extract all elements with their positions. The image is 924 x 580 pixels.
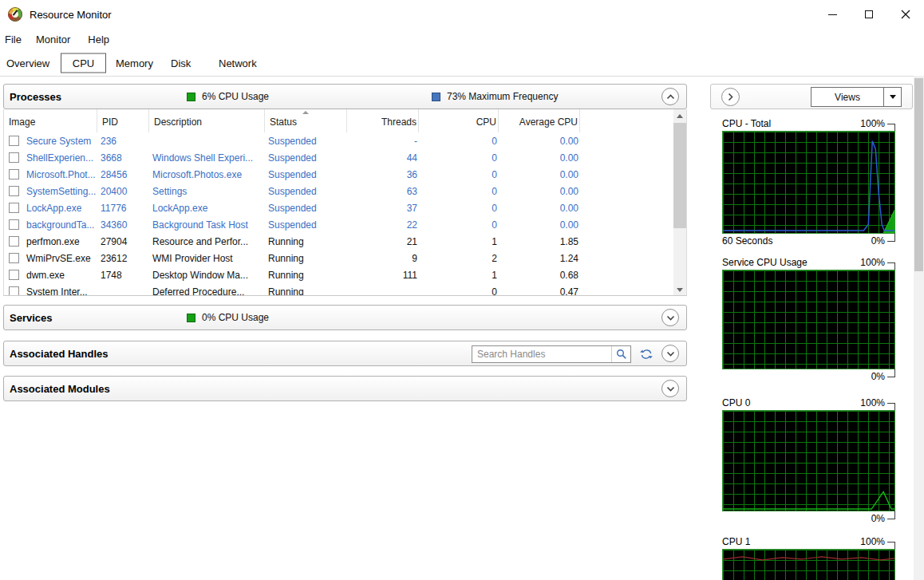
process-image-cell: System Inter...	[4, 286, 97, 297]
processes-collapse-button[interactable]	[661, 88, 679, 105]
tab-overview[interactable]: Overview	[6, 57, 49, 69]
process-row[interactable]: System Inter... Deferred Procedure... Ru…	[4, 283, 675, 296]
window-scrollbar[interactable]	[914, 76, 924, 580]
process-checkbox[interactable]	[9, 219, 19, 230]
column-header-threads-label: Threads	[381, 116, 417, 128]
views-button[interactable]: Views	[811, 87, 902, 107]
process-table-scrollbar[interactable]	[673, 109, 686, 296]
menu-monitor[interactable]: Monitor	[36, 34, 70, 45]
tab-bar: Overview CPU Memory Disk Network	[0, 50, 924, 77]
views-dropdown-button[interactable]	[883, 88, 901, 106]
process-cpu: 0	[419, 219, 499, 231]
cpu0-max-label: 100%	[860, 397, 885, 408]
tab-disk[interactable]: Disk	[171, 57, 191, 69]
column-header-description[interactable]: Description	[149, 109, 265, 132]
process-average-cpu: 0.00	[499, 186, 580, 197]
cpu0-graph-block: CPU 0 100% 0%	[722, 396, 895, 526]
cpu0-bottom-row: 0%	[722, 511, 895, 526]
process-checkbox[interactable]	[9, 136, 19, 146]
minimize-button[interactable]	[814, 0, 851, 29]
process-row[interactable]: perfmon.exe 27904 Resource and Perfor...…	[4, 233, 675, 250]
window-scrollbar-thumb[interactable]	[914, 78, 923, 271]
process-checkbox[interactable]	[9, 236, 19, 247]
services-cpu-usage-label: 0% CPU Usage	[202, 312, 269, 323]
menu-help[interactable]: Help	[88, 34, 109, 45]
scale-tick-bottom	[887, 511, 895, 519]
close-button[interactable]	[887, 0, 924, 29]
column-header-filler	[580, 109, 675, 132]
process-pid: 236	[97, 136, 149, 147]
cpu-usage-swatch-icon	[187, 93, 195, 101]
arrow-down-icon	[677, 288, 683, 292]
process-threads: 44	[347, 152, 419, 164]
process-row[interactable]: dwm.exe 1748 Desktop Window Ma... Runnin…	[4, 266, 675, 283]
max-frequency-label: 73% Maximum Frequency	[447, 91, 558, 102]
column-header-description-label: Description	[154, 116, 202, 128]
process-status: Suspended	[265, 152, 347, 164]
scrollbar-thumb[interactable]	[673, 123, 686, 228]
process-average-cpu: 0.68	[499, 270, 580, 281]
associated-modules-expand-button[interactable]	[661, 380, 679, 397]
process-row[interactable]: WmiPrvSE.exe 23612 WMI Provider Host Run…	[4, 250, 675, 266]
process-image-name: ShellExperien...	[23, 152, 93, 164]
process-description: Resource and Perfor...	[149, 236, 265, 247]
process-image-cell: Secure System	[4, 136, 97, 147]
process-checkbox[interactable]	[9, 203, 19, 213]
search-button[interactable]	[611, 346, 630, 362]
column-header-pid[interactable]: PID	[97, 109, 149, 132]
process-image-name: Secure System	[23, 136, 91, 147]
tab-network[interactable]: Network	[219, 57, 257, 69]
services-expand-button[interactable]	[661, 309, 679, 326]
associated-modules-panel-header: Associated Modules	[3, 376, 687, 401]
search-handles-input[interactable]	[472, 349, 611, 360]
process-image-cell: dwm.exe	[4, 270, 97, 281]
process-image-name: SystemSetting...	[23, 186, 96, 197]
process-row[interactable]: Secure System 236 Suspended - 0 0.00	[4, 132, 675, 149]
refresh-button[interactable]	[636, 345, 657, 363]
process-row[interactable]: Microsoft.Phot... 28456 Microsoft.Photos…	[4, 166, 675, 183]
chevron-up-icon	[666, 94, 675, 100]
process-row[interactable]: LockApp.exe 11776 LockApp.exe Suspended …	[4, 199, 675, 216]
associated-modules-title: Associated Modules	[10, 383, 110, 395]
collapse-sidebar-button[interactable]	[721, 88, 740, 106]
column-header-cpu[interactable]: CPU	[419, 109, 499, 132]
title-bar: Resource Monitor	[0, 0, 924, 29]
scroll-down-button[interactable]	[673, 283, 686, 296]
process-checkbox[interactable]	[9, 152, 19, 163]
maximize-button[interactable]	[851, 0, 887, 29]
process-row[interactable]: backgroundTa... 34360 Background Task Ho…	[4, 216, 675, 233]
process-checkbox[interactable]	[9, 286, 19, 296]
associated-handles-expand-button[interactable]	[661, 345, 679, 362]
menu-file[interactable]: File	[5, 34, 22, 45]
process-status: Suspended	[265, 219, 347, 231]
process-image-name: backgroundTa...	[23, 219, 94, 231]
process-pid: 11776	[97, 203, 149, 214]
service-cpu-min-label: 0%	[871, 371, 885, 382]
column-header-threads[interactable]: Threads	[347, 109, 419, 132]
process-description: Deferred Procedure...	[149, 286, 265, 297]
process-image-name: WmiPrvSE.exe	[23, 253, 91, 264]
services-cpu-usage-indicator: 0% CPU Usage	[187, 306, 269, 329]
process-cpu: 0	[419, 136, 499, 147]
process-checkbox[interactable]	[9, 169, 19, 180]
process-row[interactable]: ShellExperien... 3668 Windows Shell Expe…	[4, 149, 675, 166]
process-checkbox[interactable]	[9, 186, 19, 196]
process-image-name: Microsoft.Phot...	[23, 169, 96, 180]
services-panel-header: Services 0% CPU Usage	[3, 305, 687, 330]
process-checkbox[interactable]	[9, 270, 19, 280]
column-header-image[interactable]: Image	[4, 109, 97, 132]
cpu0-usage-line	[723, 411, 894, 511]
tab-memory[interactable]: Memory	[116, 57, 153, 69]
process-row[interactable]: SystemSetting... 20400 Settings Suspende…	[4, 183, 675, 199]
column-header-status[interactable]: Status	[265, 109, 347, 132]
cpu0-label-row: CPU 0 100%	[722, 396, 895, 410]
scroll-up-button[interactable]	[673, 109, 686, 122]
process-pid: 1748	[97, 270, 149, 281]
tab-cpu[interactable]: CPU	[61, 53, 106, 73]
column-header-average-cpu[interactable]: Average CPU	[499, 109, 580, 132]
sidebar-header: Views	[710, 84, 913, 109]
process-description: Background Task Host	[149, 219, 265, 231]
process-image-name: perfmon.exe	[23, 236, 80, 247]
process-pid: 23612	[97, 253, 149, 264]
process-checkbox[interactable]	[9, 253, 19, 263]
